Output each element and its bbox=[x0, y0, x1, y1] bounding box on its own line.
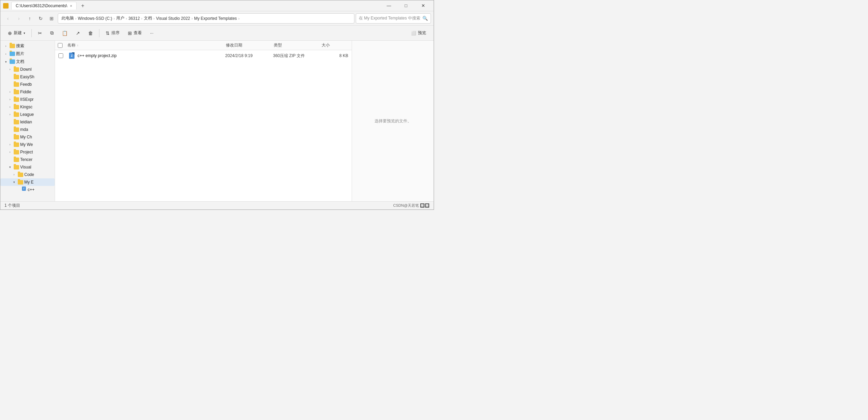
sidebar-item-feedb[interactable]: Feedb bbox=[0, 81, 55, 88]
folder-icon-downl bbox=[13, 67, 19, 72]
copy-icon: ⧉ bbox=[50, 30, 54, 36]
folder-icon-docs bbox=[9, 59, 15, 65]
breadcrumb-user-id[interactable]: 36312 bbox=[128, 16, 140, 21]
up-btn[interactable]: ↑ bbox=[25, 14, 35, 23]
sidebar-label-kingsc: Kingsc bbox=[20, 105, 32, 109]
expand-arrow-kingsc: › bbox=[7, 104, 13, 110]
sidebar: › 搜索 › 图片 ▾ 文档 › bbox=[0, 41, 55, 201]
sidebar-item-project[interactable]: › Project bbox=[0, 148, 55, 156]
breadcrumb-users[interactable]: 用户 bbox=[116, 15, 124, 21]
name-header-label: 名称 bbox=[67, 42, 76, 48]
status-right: CSDN@天若笔 🔲🔲 bbox=[393, 203, 430, 208]
new-tab-btn[interactable]: + bbox=[78, 2, 87, 10]
copy-btn[interactable]: ⧉ bbox=[47, 28, 57, 38]
tab-close-btn[interactable]: × bbox=[70, 4, 72, 8]
new-icon: ⊕ bbox=[8, 30, 12, 36]
sidebar-label-tencer: Tencer bbox=[20, 157, 32, 162]
select-all-col[interactable] bbox=[58, 43, 67, 48]
sidebar-item-search[interactable]: › 搜索 bbox=[0, 42, 55, 50]
share-icon: ↗ bbox=[76, 30, 80, 36]
up-icon: ↑ bbox=[29, 16, 31, 21]
folder-icon-easysh bbox=[13, 74, 19, 80]
search-placeholder: 在 My Exported Templates 中搜索 bbox=[359, 15, 420, 21]
breadcrumb-vs[interactable]: Visual Studio 2022 bbox=[156, 16, 190, 21]
breadcrumb[interactable]: 此电脑 › Windows-SSD (C:) › 用户 › 36312 › 文档… bbox=[58, 13, 354, 24]
delete-btn[interactable]: 🗑 bbox=[85, 29, 96, 38]
sidebar-item-code[interactable]: › Code bbox=[0, 171, 55, 178]
window-icon bbox=[3, 3, 9, 9]
sidebar-item-mywe[interactable]: › My We bbox=[0, 141, 55, 148]
sidebar-item-images[interactable]: › 图片 bbox=[0, 50, 55, 58]
maximize-btn[interactable]: □ bbox=[398, 0, 414, 11]
sidebar-item-mda[interactable]: mda bbox=[0, 126, 55, 133]
view-label: 查看 bbox=[134, 30, 142, 36]
sidebar-item-iisexpr[interactable]: › IISExpr bbox=[0, 96, 55, 103]
breadcrumb-docs[interactable]: 文档 bbox=[144, 15, 152, 21]
expand-arrow-code: › bbox=[11, 172, 17, 177]
sidebar-label-leidian: leidian bbox=[20, 120, 32, 124]
sidebar-label-mda: mda bbox=[20, 127, 28, 132]
select-all-checkbox[interactable] bbox=[58, 43, 63, 48]
preview-pane: 选择要预览的文件。 bbox=[352, 41, 434, 201]
col-size-header[interactable]: 大小 bbox=[322, 42, 349, 48]
preview-btn[interactable]: ⬜ 预览 bbox=[408, 28, 430, 38]
refresh-icon: ↻ bbox=[39, 16, 43, 21]
minimize-btn[interactable]: — bbox=[381, 0, 397, 11]
sidebar-label-mye: My E bbox=[24, 180, 33, 185]
recent-btn[interactable]: ⊞ bbox=[47, 14, 56, 23]
forward-icon: › bbox=[18, 16, 20, 21]
col-date-header[interactable]: 修改日期 bbox=[226, 42, 274, 48]
breadcrumb-drive[interactable]: Windows-SSD (C:) bbox=[78, 16, 112, 21]
back-btn[interactable]: ‹ bbox=[3, 14, 13, 23]
search-icon[interactable]: 🔍 bbox=[422, 16, 428, 21]
tab-title: C:\Users\36312\Documents\ bbox=[16, 3, 67, 8]
view-btn[interactable]: ⊞ 查看 bbox=[124, 28, 145, 38]
file-size: 8 KB bbox=[321, 53, 348, 58]
active-tab[interactable]: C:\Users\36312\Documents\ × bbox=[11, 2, 77, 10]
new-btn[interactable]: ⊕ 新建 ▾ bbox=[4, 28, 29, 38]
sort-icon: ⇅ bbox=[106, 30, 110, 36]
sidebar-label-mych: My Ch bbox=[20, 135, 32, 139]
sidebar-item-mye[interactable]: ▾ My E bbox=[0, 178, 55, 186]
toolbar-right: ⬜ 预览 bbox=[408, 28, 430, 38]
search-bar[interactable]: 在 My Exported Templates 中搜索 🔍 bbox=[356, 13, 431, 24]
col-type-header[interactable]: 类型 bbox=[274, 42, 322, 48]
more-btn[interactable]: ··· bbox=[147, 29, 157, 37]
expand-arrow-downl: › bbox=[7, 67, 13, 72]
close-btn[interactable]: ✕ bbox=[415, 0, 431, 11]
refresh-btn[interactable]: ↻ bbox=[36, 14, 45, 23]
file-list: 名称 ↑ 修改日期 类型 大小 bbox=[55, 41, 352, 201]
folder-icon-feedb bbox=[13, 82, 19, 87]
sidebar-item-league[interactable]: › League bbox=[0, 111, 55, 118]
paste-btn[interactable]: 📋 bbox=[58, 29, 71, 38]
sidebar-item-cppzip[interactable]: c++ bbox=[0, 186, 55, 193]
sidebar-item-downl[interactable]: › Downl bbox=[0, 66, 55, 73]
sidebar-item-mych[interactable]: My Ch bbox=[0, 133, 55, 141]
sidebar-label-mywe: My We bbox=[20, 142, 33, 147]
sidebar-label-iisexpr: IISExpr bbox=[20, 97, 33, 102]
row-checkbox-col[interactable] bbox=[58, 53, 68, 58]
sidebar-label-images: 图片 bbox=[16, 51, 24, 57]
back-icon: ‹ bbox=[7, 16, 9, 21]
sort-label: 排序 bbox=[111, 30, 120, 36]
sidebar-label-search: 搜索 bbox=[16, 43, 24, 49]
sidebar-item-docs[interactable]: ▾ 文档 bbox=[0, 58, 55, 66]
breadcrumb-this-pc[interactable]: 此电脑 bbox=[62, 15, 74, 21]
sidebar-item-easysh[interactable]: EasySh bbox=[0, 73, 55, 81]
explorer-window: C:\Users\36312\Documents\ × + — □ ✕ ‹ › … bbox=[0, 0, 434, 210]
sidebar-label-docs: 文档 bbox=[16, 59, 24, 65]
col-name-header[interactable]: 名称 ↑ bbox=[67, 42, 226, 48]
table-row[interactable]: c++ empty project.zip 2024/2/18 9:19 360… bbox=[56, 51, 351, 61]
forward-btn[interactable]: › bbox=[14, 14, 24, 23]
sidebar-item-visual[interactable]: ▾ Visual bbox=[0, 163, 55, 171]
sidebar-item-leidian[interactable]: leidian bbox=[0, 118, 55, 126]
sort-btn[interactable]: ⇅ 排序 bbox=[102, 28, 123, 38]
sidebar-item-tencer[interactable]: Tencer bbox=[0, 156, 55, 163]
cut-btn[interactable]: ✂ bbox=[35, 29, 45, 38]
sidebar-item-kingsc[interactable]: › Kingsc bbox=[0, 103, 55, 111]
share-btn[interactable]: ↗ bbox=[72, 29, 83, 38]
breadcrumb-templates[interactable]: My Exported Templates bbox=[194, 16, 237, 21]
folder-icon-iisexpr bbox=[13, 97, 19, 102]
sidebar-item-fiddle[interactable]: › Fiddle bbox=[0, 88, 55, 96]
row-checkbox[interactable] bbox=[58, 53, 63, 58]
